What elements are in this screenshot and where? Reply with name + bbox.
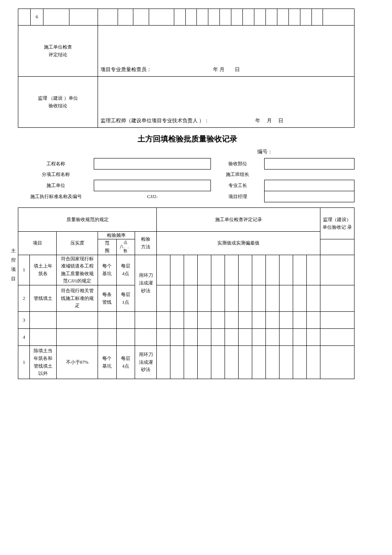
sup-cell[interactable]: [320, 346, 354, 379]
cell[interactable]: [170, 329, 184, 346]
cell[interactable]: [279, 285, 293, 312]
foreman-value[interactable]: [265, 180, 355, 191]
frequency-header: 检验频率: [98, 231, 135, 239]
cell[interactable]: [266, 312, 280, 329]
cell[interactable]: [239, 329, 252, 346]
cell[interactable]: [279, 255, 293, 285]
record-header: 施工单位检查评定记录: [157, 207, 320, 231]
cell[interactable]: [211, 346, 225, 379]
inspector-sign-line[interactable]: 项目专业质量检查员： 年 月 日: [98, 26, 355, 77]
main-control-label: 主 控 项 目: [9, 207, 18, 283]
cell[interactable]: [170, 312, 184, 329]
cell[interactable]: [279, 329, 293, 346]
cell[interactable]: [266, 346, 280, 379]
cell[interactable]: [279, 346, 293, 379]
cell[interactable]: [184, 312, 198, 329]
cell[interactable]: [157, 346, 170, 379]
cell[interactable]: [252, 312, 266, 329]
construction-unit-value[interactable]: [94, 180, 211, 191]
cell[interactable]: [184, 346, 198, 379]
cell[interactable]: [184, 285, 198, 312]
sup-cell[interactable]: [320, 255, 354, 285]
cell[interactable]: [225, 312, 239, 329]
cell[interactable]: [239, 285, 252, 312]
cell[interactable]: [279, 312, 293, 329]
cell[interactable]: [293, 329, 306, 346]
foreman-label: 专业工长: [211, 180, 265, 191]
standard-label: 施工执行标准名称及编号: [18, 191, 94, 202]
standard-value[interactable]: CJJ2-: [94, 191, 211, 202]
cell[interactable]: [306, 255, 320, 285]
points-header: 点 八、、 数: [116, 239, 135, 255]
cell[interactable]: [239, 312, 252, 329]
cell[interactable]: [198, 312, 211, 329]
row-a12-method: 用环刀 法或灌 砂法: [135, 255, 156, 311]
row-a1-points: 每层 4点: [116, 255, 135, 285]
team-leader-value[interactable]: [265, 169, 355, 180]
cell[interactable]: [184, 329, 198, 346]
pm-value[interactable]: [265, 191, 355, 202]
cell[interactable]: [306, 329, 320, 346]
row-a4-num: 4: [18, 329, 30, 346]
cell[interactable]: [184, 255, 198, 285]
cell[interactable]: [211, 329, 225, 346]
cell[interactable]: [239, 255, 252, 285]
row-b1-scope: 每个 基坑: [98, 346, 116, 379]
project-name-value[interactable]: [94, 158, 211, 170]
cell[interactable]: [225, 255, 239, 285]
cell[interactable]: [157, 255, 170, 285]
cell[interactable]: [170, 255, 184, 285]
cell[interactable]: [198, 329, 211, 346]
construction-unit-label: 施工单位: [18, 180, 94, 191]
cell[interactable]: [306, 285, 320, 312]
cell[interactable]: [293, 312, 306, 329]
cell[interactable]: [211, 312, 225, 329]
cell[interactable]: [293, 285, 306, 312]
cell[interactable]: [157, 329, 170, 346]
method-header: 检验 方法: [135, 231, 156, 255]
cell[interactable]: [306, 312, 320, 329]
cell[interactable]: [198, 285, 211, 312]
cell[interactable]: [198, 255, 211, 285]
project-name-label: 工程名称: [18, 158, 94, 170]
cell[interactable]: [225, 346, 239, 379]
sup-cell[interactable]: [320, 329, 354, 346]
cell[interactable]: [211, 285, 225, 312]
cell[interactable]: [157, 312, 170, 329]
cell[interactable]: [266, 329, 280, 346]
cell[interactable]: [239, 346, 252, 379]
row-a2-scope: 每条 管线: [98, 285, 116, 312]
cell[interactable]: [293, 255, 306, 285]
team-leader-label: 施工班组长: [211, 169, 265, 180]
doc-title: 土方回填检验批质量验收记录: [9, 134, 366, 144]
subitem-name-label: 分项工程名称: [18, 169, 94, 180]
cell[interactable]: [252, 285, 266, 312]
cell[interactable]: [211, 255, 225, 285]
cell[interactable]: [252, 346, 266, 379]
row-b1-compaction: 不小于87%: [57, 346, 98, 379]
cell[interactable]: [266, 255, 280, 285]
cell[interactable]: [170, 346, 184, 379]
sup-cell[interactable]: [320, 285, 354, 312]
cell[interactable]: [252, 329, 266, 346]
accept-part-label: 验收部位: [211, 158, 265, 170]
accept-part-value[interactable]: [265, 158, 355, 170]
row-a2-points: 每层 1点: [116, 285, 135, 312]
cell[interactable]: [252, 255, 266, 285]
cell[interactable]: [157, 285, 170, 312]
cell[interactable]: [306, 346, 320, 379]
subitem-name-value[interactable]: [94, 169, 211, 180]
supervision-header: 监理（建设） 单位验收记 录: [320, 207, 354, 239]
supervision-conclusion-label: 监理 （建设 ）单位 验收结论: [18, 77, 98, 128]
cell[interactable]: [293, 346, 306, 379]
row6-num: 6: [31, 9, 43, 26]
cell[interactable]: [225, 329, 239, 346]
sup-cell[interactable]: [320, 312, 354, 329]
cell[interactable]: [198, 346, 211, 379]
item-header: 项目: [18, 231, 57, 255]
cell[interactable]: [266, 285, 280, 312]
engineer-sign-line[interactable]: 监理工程师（建设单位项目专业技术负责人 ）： 年 月 日: [98, 77, 355, 128]
row-b1-method: 用环刀 法或灌 砂法: [135, 346, 156, 379]
cell[interactable]: [225, 285, 239, 312]
cell[interactable]: [170, 285, 184, 312]
